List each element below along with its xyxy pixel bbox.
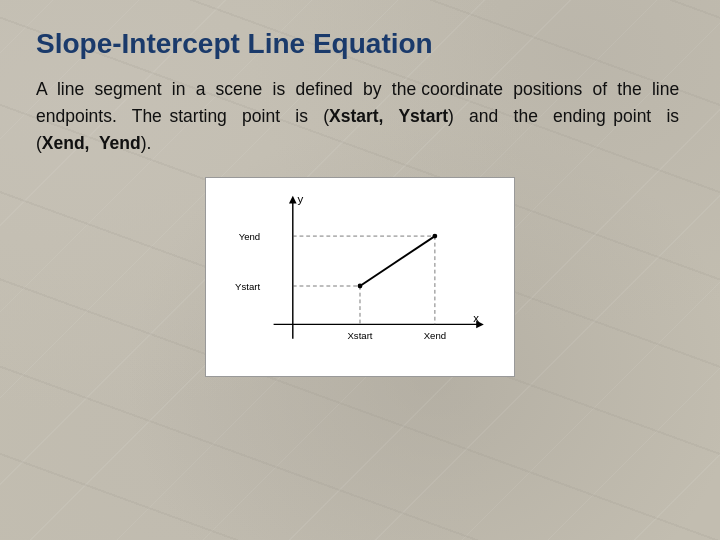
- diagram-container: y x Yend Ystart Xstart Xend: [36, 177, 684, 377]
- main-content: Slope-Intercept Line Equation A line seg…: [0, 0, 720, 397]
- coordinate-diagram: y x Yend Ystart Xstart Xend: [205, 177, 515, 377]
- svg-point-9: [358, 284, 363, 289]
- ystart-label: Ystart: [235, 281, 260, 292]
- svg-marker-2: [289, 196, 297, 204]
- body-paragraph: A line segment in a scene is defined by …: [36, 76, 684, 157]
- xend-label: Xend: [424, 330, 446, 341]
- yend-label: Yend: [239, 231, 261, 242]
- page-title: Slope-Intercept Line Equation: [36, 28, 684, 60]
- y-axis-label: y: [298, 194, 304, 206]
- svg-point-10: [432, 234, 437, 239]
- xstart-ystart-bold: Xstart, Ystart: [329, 106, 448, 126]
- diagram-svg: y x Yend Ystart Xstart Xend: [222, 190, 498, 358]
- xstart-label: Xstart: [347, 330, 372, 341]
- x-axis-label: x: [473, 312, 479, 324]
- svg-line-8: [360, 236, 435, 286]
- xend-yend-bold: Xend, Yend: [42, 133, 141, 153]
